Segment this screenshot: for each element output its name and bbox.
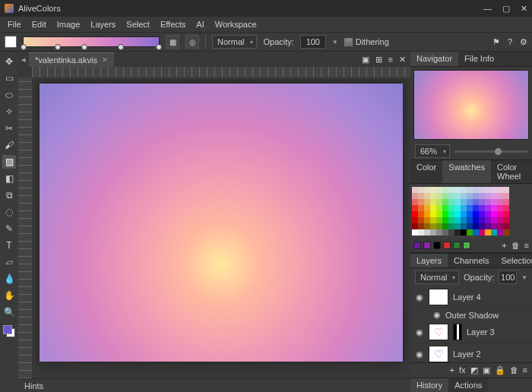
minimize-button[interactable]: — [483,4,492,14]
doc-view-icon[interactable]: ▣ [362,55,369,65]
swatch-cell[interactable] [430,193,436,199]
swatch-cell[interactable] [479,193,485,199]
recent-swatch[interactable] [443,242,451,249]
swatch-cell[interactable] [479,211,485,217]
shape-tool[interactable]: ▱ [2,255,16,269]
doc-grid-icon[interactable]: ⊞ [375,55,382,65]
swatch-cell[interactable] [473,199,479,205]
canvas[interactable] [40,84,403,362]
visibility-icon[interactable]: ◉ [415,327,424,337]
swatch-cell[interactable] [473,205,479,211]
swatch-cell[interactable] [436,193,442,199]
swatch-cell[interactable] [497,217,503,223]
tab-actions[interactable]: Actions [448,378,488,392]
swatch-cell[interactable] [467,199,473,205]
swatch-cell[interactable] [424,229,430,236]
swatch-cell[interactable] [454,229,461,236]
swatch-cell[interactable] [430,205,436,211]
layer-row[interactable]: ◉ ♡ Layer 2 [410,343,532,362]
menu-edit[interactable]: Edit [27,18,51,30]
menu-layers[interactable]: Layers [86,18,120,30]
recent-swatch[interactable] [433,242,441,249]
layer-name[interactable]: Layer 2 [453,349,481,359]
swatch-cell[interactable] [448,229,454,236]
swatch-cell[interactable] [473,193,479,199]
swatch-cell[interactable] [442,229,448,236]
opacity-dropdown-icon[interactable]: ▼ [521,274,527,281]
tab-selections[interactable]: Selections [496,254,532,267]
swatch-cell[interactable] [436,187,442,193]
crop-tool[interactable]: ✂ [2,122,16,135]
swatches-grid[interactable] [410,184,532,239]
menu-effects[interactable]: Effects [156,18,190,30]
color-indicator[interactable] [3,325,15,337]
swatch-cell[interactable] [436,223,442,229]
swatch-cell[interactable] [436,217,442,223]
swatch-cell[interactable] [448,187,454,193]
swatch-cell[interactable] [485,187,491,193]
layer-row[interactable]: ◉ Layer 4 [410,286,532,308]
layer-opacity-field[interactable]: 100 [499,270,517,284]
delete-layer-icon[interactable]: 🗑 [510,365,518,375]
swatch-cell[interactable] [491,193,497,199]
swatch-cell[interactable] [497,211,503,217]
opacity-field[interactable]: 100 [300,35,326,49]
doc-menu-icon[interactable]: ≡ [388,55,393,65]
swatch-cell[interactable] [503,229,509,236]
zoom-combo[interactable]: 66% [415,144,450,158]
visibility-icon[interactable]: ◉ [415,349,424,359]
swatch-cell[interactable] [442,217,448,223]
layer-menu-icon[interactable]: ≡ [523,365,527,375]
blend-mode-combo[interactable]: Normal [212,35,257,49]
close-button[interactable]: ✕ [521,4,527,14]
swatch-cell[interactable] [448,223,454,229]
notification-icon[interactable]: ⚑ [492,37,500,47]
swatch-cell[interactable] [424,193,430,199]
help-icon[interactable]: ? [508,37,512,47]
swatch-cell[interactable] [497,187,503,193]
swatch-cell[interactable] [503,199,509,205]
text-tool[interactable]: T [2,239,16,252]
gradient-radial-icon[interactable]: ◎ [185,35,199,49]
swatch-cell[interactable] [479,187,485,193]
swatch-cell[interactable] [454,187,461,193]
swatch-cell[interactable] [485,193,491,199]
swatch-cell[interactable] [497,223,503,229]
ruler-horizontal[interactable] [32,67,410,77]
swatch-cell[interactable] [485,211,491,217]
layer-group-icon[interactable]: ▣ [483,365,490,375]
swatch-cell[interactable] [461,211,467,217]
swatch-cell[interactable] [467,229,473,236]
swatch-cell[interactable] [442,193,448,199]
swatch-cell[interactable] [503,187,509,193]
layer-lock-icon[interactable]: 🔒 [495,365,505,375]
swatch-cell[interactable] [424,217,430,223]
swatch-cell[interactable] [418,205,424,211]
swatch-cell[interactable] [430,229,436,236]
tab-color-wheel[interactable]: Color Wheel [491,160,532,183]
swatch-cell[interactable] [412,223,418,229]
swatch-cell[interactable] [461,229,467,236]
swatch-cell[interactable] [448,199,454,205]
swatch-cell[interactable] [461,199,467,205]
swatch-cell[interactable] [418,193,424,199]
dithering-checkbox[interactable] [344,38,353,46]
swatch-cell[interactable] [442,199,448,205]
swatch-cell[interactable] [503,217,509,223]
swatch-cell[interactable] [491,205,497,211]
blur-tool[interactable]: ◌ [2,205,16,219]
tab-history[interactable]: History [410,378,448,392]
swatch-cell[interactable] [454,211,461,217]
swatch-cell[interactable] [424,223,430,229]
swatch-cell[interactable] [418,211,424,217]
brush-tool[interactable]: 🖌 [2,138,16,152]
swatch-cell[interactable] [467,217,473,223]
layer-name[interactable]: Layer 3 [467,327,495,337]
swatch-cell[interactable] [430,199,436,205]
move-tool[interactable]: ✥ [2,55,16,68]
maximize-button[interactable]: ▢ [502,4,510,14]
swatch-cell[interactable] [485,229,491,236]
swatch-cell[interactable] [503,223,509,229]
swatch-cell[interactable] [497,193,503,199]
swatch-cell[interactable] [430,211,436,217]
